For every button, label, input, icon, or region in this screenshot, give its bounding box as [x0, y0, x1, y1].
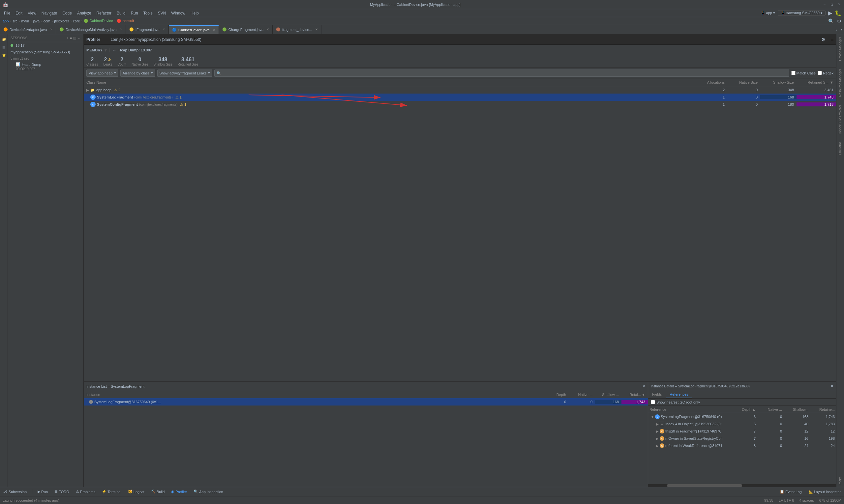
instance-col-depth[interactable]: Depth: [542, 393, 569, 397]
ref-expand-4[interactable]: ▶: [656, 444, 659, 448]
device-selector[interactable]: 📱 app ▾: [758, 11, 778, 15]
tab-close-devicemanage[interactable]: ✕: [120, 28, 122, 31]
session-add-button[interactable]: +: [67, 36, 69, 40]
right-tab-emulator[interactable]: Emulator: [838, 139, 843, 158]
breadcrumb-com[interactable]: com: [44, 19, 50, 23]
right-tab-device-manager[interactable]: Device Manager: [838, 34, 843, 64]
maximize-button[interactable]: □: [829, 2, 834, 7]
tab-close-deviceinfoadapter[interactable]: ✕: [50, 28, 52, 31]
menu-code[interactable]: Code: [60, 10, 74, 16]
table-row-systemconfigfragment[interactable]: C SystemConfigFragment (com.jtexplorer.f…: [84, 101, 836, 108]
table-row-systemlogfragment[interactable]: C SystemLogFragment (com.jtexplorer.frag…: [84, 93, 836, 101]
ref-expand-2[interactable]: ▶: [656, 430, 659, 433]
ref-col-native[interactable]: Native ...: [756, 408, 782, 411]
right-tab-make[interactable]: make: [838, 474, 843, 487]
tab-fields[interactable]: Fields: [648, 391, 666, 398]
right-tab-device-file-explorer[interactable]: Device File Explorer: [838, 102, 843, 137]
bottom-tool-app-inspection[interactable]: 🔍 App Inspection: [192, 489, 225, 494]
breadcrumb-app[interactable]: app: [3, 19, 8, 23]
ref-scrollbar[interactable]: [648, 484, 836, 487]
menu-build[interactable]: Build: [114, 10, 128, 16]
regex-checkbox[interactable]: [817, 71, 822, 75]
ref-expand-3[interactable]: ▶: [656, 437, 659, 440]
tab-close-chargefragment[interactable]: ✕: [266, 28, 269, 31]
session-stop-button[interactable]: ■: [70, 36, 72, 40]
instance-row-0[interactable]: SystemLogFragment@316750640 (0x1... 6 0 …: [84, 398, 648, 406]
menu-refactor[interactable]: Refactor: [94, 10, 114, 16]
instance-panel-close[interactable]: ✕: [642, 384, 645, 389]
menu-view[interactable]: View: [25, 10, 39, 16]
view-app-heap-dropdown[interactable]: View app heap ▾: [86, 70, 118, 77]
close-button[interactable]: ✕: [837, 2, 841, 7]
session-layout-button[interactable]: ▤: [73, 36, 76, 40]
bottom-tool-build[interactable]: 🔨 Build: [149, 489, 167, 494]
menu-window[interactable]: Window: [169, 10, 188, 16]
ref-row-4[interactable]: ▶ C referent in WeakReference@31971 8 0 …: [648, 442, 836, 449]
bottom-tool-event-log[interactable]: 📋 Event Log: [778, 489, 804, 494]
breadcrumb-cabinetdevice[interactable]: 🟢 CabinetDevice: [84, 19, 113, 23]
tab-scroll-left[interactable]: ‹: [833, 28, 839, 32]
ref-row-0[interactable]: ▼ C SystemLogFragment@316750640 (0x 6 0 …: [648, 413, 836, 420]
sidebar-project[interactable]: 📁: [0, 36, 7, 43]
bottom-tool-profiler[interactable]: ◉ Profiler: [169, 489, 189, 494]
breadcrumb-java[interactable]: java: [33, 19, 39, 23]
debug-button-toolbar[interactable]: 🐛: [833, 10, 843, 16]
settings-icon[interactable]: ⚙: [821, 37, 826, 42]
tab-scroll-right[interactable]: ›: [839, 28, 844, 32]
search-icon-toolbar[interactable]: 🔍: [828, 18, 834, 24]
ref-row-3[interactable]: ▶ C mOwner in SavedStateRegistryCon 7 0 …: [648, 435, 836, 442]
menu-help[interactable]: Help: [188, 10, 202, 16]
sidebar-structure[interactable]: ☰: [0, 43, 7, 51]
close-profiler-icon[interactable]: –: [831, 37, 833, 42]
col-header-retained[interactable]: Retained S... ▼: [796, 80, 836, 84]
device-dropdown[interactable]: 📱 samsung SM-G9550 ▾: [778, 11, 826, 16]
sidebar-bookmarks[interactable]: ⭐: [0, 51, 7, 59]
menu-tools[interactable]: Tools: [141, 10, 155, 16]
col-header-shallow[interactable]: Shallow Size: [760, 80, 796, 84]
col-header-allocations[interactable]: Allocations: [694, 80, 727, 84]
bottom-tool-logcat[interactable]: 🐱 Logcat: [126, 489, 147, 494]
ref-col-reference[interactable]: Reference: [650, 408, 729, 411]
bottom-tool-todo[interactable]: ☰ TODO: [52, 489, 71, 494]
ref-col-depth[interactable]: Depth ▲: [729, 408, 756, 411]
ref-expand-0[interactable]: ▼: [651, 415, 654, 419]
heap-dump-item[interactable]: 📊 Heap Dump: [8, 61, 83, 67]
settings-icon-toolbar[interactable]: ⚙: [837, 18, 841, 24]
arrange-by-class-dropdown[interactable]: Arrange by class ▾: [120, 70, 155, 77]
tab-close-cabinetdevice[interactable]: ✕: [213, 28, 215, 32]
session-back-button[interactable]: ←: [77, 36, 81, 40]
breadcrumb-core[interactable]: core: [73, 19, 80, 23]
menu-analyze[interactable]: Analyze: [74, 10, 94, 16]
tab-chargefragment[interactable]: 🟢 ChargeFragment.java ✕: [219, 25, 273, 34]
ref-row-2[interactable]: ▶ C this$0 in Fragment$1@319746976 7 0 1…: [648, 428, 836, 435]
breadcrumb-jtexplorer[interactable]: jtexplorer: [54, 19, 69, 23]
detail-panel-close[interactable]: ✕: [830, 384, 833, 389]
menu-file[interactable]: File: [1, 10, 13, 16]
search-input[interactable]: [214, 70, 789, 77]
tab-fragmentdevice[interactable]: 🟤 fragment_device... ✕: [273, 25, 322, 34]
breadcrumb-main[interactable]: main: [21, 19, 29, 23]
ref-col-shallow[interactable]: Shallow...: [782, 408, 808, 411]
ref-col-retained[interactable]: Retaine...: [808, 408, 835, 411]
tab-close-fragmentdevice[interactable]: ✕: [315, 28, 318, 31]
show-leaks-dropdown[interactable]: Show activity/fragment Leaks ▾: [157, 70, 212, 77]
expand-icon-app-heap[interactable]: ▶: [86, 88, 89, 92]
bottom-tool-subversion[interactable]: ⎇ Subversion: [1, 489, 29, 494]
bottom-tool-layout-inspector[interactable]: 📐 Layout Inspector: [806, 489, 843, 494]
instance-col-name[interactable]: Instance: [84, 393, 542, 397]
menu-edit[interactable]: Edit: [13, 10, 25, 16]
breadcrumb-consult[interactable]: 🔴 consult: [117, 19, 134, 23]
match-case-checkbox[interactable]: [791, 71, 795, 75]
breadcrumb-src[interactable]: src: [13, 19, 17, 23]
tab-devicemanagemainactivity[interactable]: 🟢 DeviceManageMainActivity.java ✕: [56, 25, 126, 34]
bottom-tool-problems[interactable]: ⚠ Problems: [74, 489, 97, 494]
tab-references[interactable]: References: [666, 391, 692, 398]
gc-root-checkbox[interactable]: [651, 400, 655, 404]
instance-col-native[interactable]: Native ...: [569, 393, 595, 397]
bottom-tool-run[interactable]: ▶ Run: [36, 489, 50, 494]
menu-navigate[interactable]: Navigate: [39, 10, 60, 16]
bottom-tool-terminal[interactable]: ⚡ Terminal: [100, 489, 123, 494]
back-button[interactable]: ←: [112, 48, 116, 53]
run-button-toolbar[interactable]: ▶: [827, 10, 833, 16]
instance-col-retained[interactable]: Retai... ▼: [621, 393, 648, 397]
